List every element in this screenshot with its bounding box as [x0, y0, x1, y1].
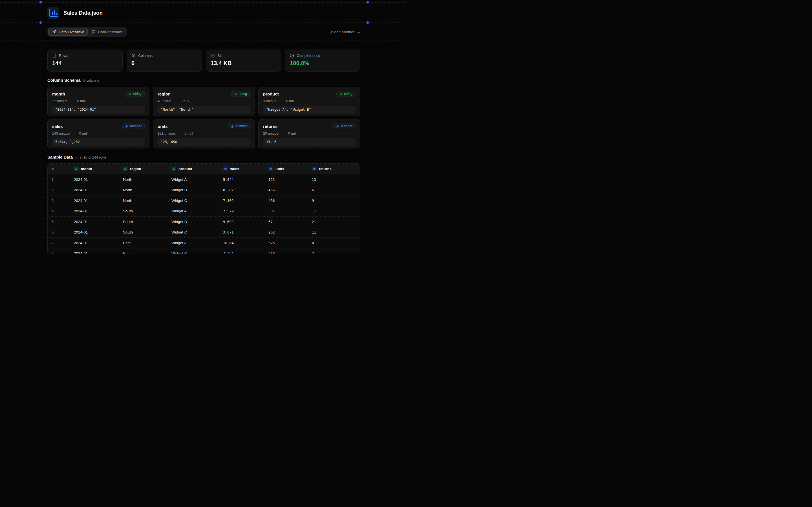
- titlebar: Sales Data.json: [47, 7, 360, 19]
- table-row: 2 2024-01 North Widget B 8,202 456 6: [48, 185, 360, 195]
- type-label: number: [341, 124, 352, 128]
- database-icon: [52, 54, 56, 58]
- cell-sales: 5,044: [219, 177, 264, 182]
- meta-separator: ·: [175, 100, 176, 103]
- cell-region: East: [119, 241, 167, 245]
- stat-label: Columns: [138, 54, 153, 58]
- hash-icon: [269, 167, 272, 170]
- cell-units: 123: [264, 177, 308, 182]
- stat-label: Completeness: [297, 54, 320, 58]
- null-count: 0 null: [77, 99, 86, 103]
- upload-another-link[interactable]: Upload another →: [328, 30, 360, 34]
- unique-count: 121 unique: [158, 131, 175, 135]
- sparkles-icon: [52, 30, 56, 34]
- cell-index: 4: [48, 209, 70, 213]
- cell-product: Widget A: [167, 177, 219, 182]
- cell-product: Widget B: [167, 251, 219, 253]
- main-content: Sales Data.json Data Overview Data Assis…: [47, 0, 360, 253]
- sample-values: 13, 6: [263, 138, 356, 146]
- cell-region: South: [119, 220, 167, 224]
- hash-icon: [336, 125, 339, 128]
- sample-title: Sample Data: [47, 155, 73, 159]
- bar-chart-icon: [47, 7, 59, 19]
- stat-value: 144: [52, 60, 118, 66]
- tab-group: Data Overview Data Assistant: [47, 27, 127, 37]
- schema-section-head: Column Schema 6 columns: [47, 78, 360, 82]
- column-header-#: #: [48, 167, 70, 171]
- type-badge: string: [125, 91, 145, 97]
- sample-data-table: #monthregionproductsalesunitsreturns 1 2…: [47, 163, 360, 253]
- cell-units: 202: [264, 230, 308, 234]
- tab-data-overview[interactable]: Data Overview: [48, 28, 88, 36]
- text-lines-icon: [172, 167, 175, 170]
- frame-handle-bottom-right[interactable]: [366, 21, 369, 24]
- frame-handle-top-left[interactable]: [40, 1, 42, 4]
- frame-handle-top-right[interactable]: [366, 1, 369, 4]
- text-lines-icon: [234, 93, 237, 96]
- schema-card: product string 3 unique · 0 null "Widget…: [258, 87, 360, 116]
- column-header-month: month: [70, 166, 119, 171]
- column-name: month: [52, 92, 65, 96]
- sample-subtitle: First 10 of 144 rows: [75, 156, 107, 159]
- table-row: 6 2024-01 South Widget C 3,071 202 11: [48, 227, 360, 238]
- stat-value: 100.0%: [290, 60, 356, 66]
- type-label: string: [344, 92, 352, 96]
- table-icon: [211, 54, 215, 58]
- stat-card: Columns 6: [126, 50, 202, 71]
- cell-index: 5: [48, 220, 70, 224]
- schema-card: units number 121 unique · 0 null 123, 45…: [153, 119, 255, 149]
- meta-separator: ·: [74, 132, 75, 135]
- column-header-label: #: [52, 167, 54, 171]
- text-lines-icon: [340, 93, 343, 96]
- cell-sales: 7,394: [219, 251, 264, 253]
- cell-month: 2024-01: [70, 230, 119, 234]
- tab-label: Data Assistant: [98, 30, 122, 34]
- column-header-product: product: [167, 166, 219, 171]
- page-title: Sales Data.json: [63, 10, 103, 16]
- cell-sales: 8,202: [219, 188, 264, 192]
- sample-values: "Widget A", "Widget B": [263, 106, 356, 114]
- sample-values: "North", "North": [158, 106, 250, 114]
- null-count: 0 null: [288, 131, 297, 135]
- type-badge: number: [227, 123, 250, 129]
- cell-index: 3: [48, 199, 70, 203]
- column-header-label: region: [130, 167, 141, 171]
- tab-data-assistant[interactable]: Data Assistant: [88, 28, 126, 36]
- meta-separator: ·: [72, 100, 73, 103]
- column-name: product: [263, 92, 279, 96]
- cell-sales: 2,579: [219, 209, 264, 213]
- cell-product: Widget A: [167, 241, 219, 245]
- column-name: units: [158, 124, 168, 129]
- cell-sales: 9,699: [219, 220, 264, 224]
- type-label: number: [130, 124, 142, 128]
- type-badge: string: [231, 91, 250, 97]
- hash-icon: [125, 125, 128, 128]
- hash-icon: [313, 167, 316, 170]
- column-header-region: region: [119, 166, 167, 171]
- cell-index: 6: [48, 230, 70, 234]
- frame-handle-bottom-left[interactable]: [40, 21, 42, 24]
- hash-icon: [231, 125, 234, 128]
- cell-units: 325: [264, 241, 308, 245]
- cell-returns: 3: [308, 251, 360, 253]
- text-lines-icon: [124, 167, 127, 170]
- null-count: 0 null: [286, 99, 295, 103]
- table-row: 8 2024-01 East Widget B 7,394 218 3: [48, 248, 360, 254]
- unique-count: 20 unique: [263, 131, 278, 135]
- column-header-returns: returns: [308, 166, 360, 171]
- arrow-right-icon: →: [357, 30, 361, 34]
- schema-title: Column Schema: [47, 78, 81, 82]
- unique-count: 3 unique: [263, 99, 276, 103]
- stat-card: Completeness 100.0%: [285, 50, 360, 71]
- schema-card: region string 4 unique · 0 null "North",…: [153, 87, 255, 116]
- cell-product: Widget B: [167, 188, 219, 192]
- cell-units: 486: [264, 199, 308, 203]
- sample-values: 123, 456: [158, 138, 250, 146]
- cell-returns: 13: [308, 177, 360, 182]
- table-row: 5 2024-01 South Widget B 9,699 67 2: [48, 216, 360, 227]
- null-count: 0 null: [185, 131, 193, 135]
- meta-separator: ·: [179, 132, 181, 135]
- cell-month: 2024-01: [70, 241, 119, 245]
- cell-month: 2024-01: [70, 251, 119, 253]
- meta-separator: ·: [281, 100, 282, 103]
